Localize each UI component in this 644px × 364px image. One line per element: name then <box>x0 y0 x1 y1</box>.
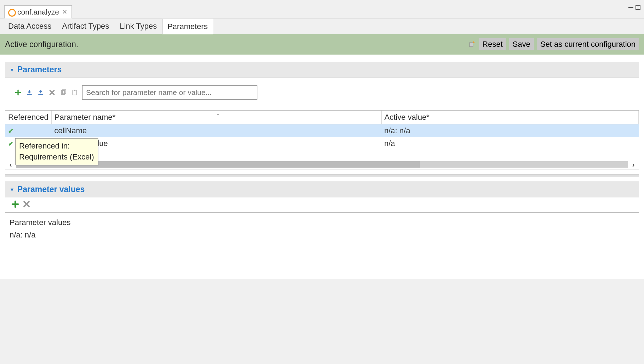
editor-tab-conf-analyze[interactable]: conf.analyze ✕ <box>4 5 72 18</box>
scroll-left-icon[interactable]: ‹ <box>5 161 16 169</box>
close-tab-icon[interactable]: ✕ <box>62 8 67 16</box>
save-button[interactable]: Save <box>509 38 534 50</box>
minimize-icon[interactable] <box>628 7 633 8</box>
subtab-link-types[interactable]: Link Types <box>114 18 162 34</box>
parameters-table-wrap: Referenced Parameter name* ⌄ Active valu… <box>5 110 639 169</box>
status-message: Active configuration. <box>5 40 78 49</box>
cell-name: cellName <box>51 124 381 138</box>
tooltip-line1: Referenced in: <box>19 141 94 152</box>
values-section-title: Parameter values <box>17 185 85 194</box>
col-referenced[interactable]: Referenced <box>5 111 51 124</box>
set-current-config-button[interactable]: Set as current configuration <box>537 38 639 50</box>
twisty-icon: ▼ <box>10 67 15 73</box>
file-icon <box>8 9 15 15</box>
maximize-icon[interactable] <box>636 5 640 10</box>
add-parameter-icon[interactable] <box>14 89 22 96</box>
values-section-header[interactable]: ▼ Parameter values <box>5 181 639 197</box>
svg-rect-0 <box>470 43 473 47</box>
parameter-search-input[interactable] <box>82 85 257 100</box>
values-header-label: Parameter values <box>10 216 634 229</box>
new-config-icon[interactable] <box>468 40 476 48</box>
copy-icon[interactable] <box>59 89 67 96</box>
col-parameter-name[interactable]: Parameter name* ⌄ <box>51 111 381 124</box>
cell-referenced: ✔ <box>5 124 51 138</box>
parameters-section-title: Parameters <box>17 65 62 74</box>
sort-indicator-icon: ⌄ <box>216 111 220 116</box>
horizontal-scrollbar[interactable]: ‹ › <box>5 160 639 169</box>
parameters-toolbar <box>5 78 639 104</box>
subtab-data-access[interactable]: Data Access <box>3 18 57 34</box>
cell-active-value: n/a <box>381 137 638 150</box>
table-row[interactable]: ✔ cellName n/a: n/a <box>5 124 639 138</box>
content-area: ▼ Parameters Referenced <box>0 55 644 279</box>
table-row-empty <box>5 150 639 160</box>
subtab-parameters[interactable]: Parameters <box>162 19 213 34</box>
reset-button[interactable]: Reset <box>479 38 506 50</box>
values-toolbar <box>5 197 639 211</box>
referenced-tooltip: Referenced in: Requirements (Excel) <box>15 138 98 165</box>
col-parameter-name-label: Parameter name* <box>55 113 115 122</box>
paste-icon[interactable] <box>71 89 79 96</box>
values-current: n/a: n/a <box>10 229 634 241</box>
section-divider <box>5 174 639 177</box>
scroll-right-icon[interactable]: › <box>628 161 639 169</box>
parameters-section-header[interactable]: ▼ Parameters <box>5 62 639 78</box>
subtab-artifact-types[interactable]: Artifact Types <box>57 18 114 34</box>
export-icon[interactable] <box>37 89 45 96</box>
parameters-table: Referenced Parameter name* ⌄ Active valu… <box>5 111 639 160</box>
import-icon[interactable] <box>25 89 33 96</box>
delete-value-icon[interactable] <box>23 200 30 208</box>
svg-rect-4 <box>74 90 76 91</box>
status-bar: Active configuration. Reset Save Set as … <box>0 34 644 55</box>
twisty-icon: ▼ <box>10 187 15 192</box>
subtab-strip: Data Access Artifact Types Link Types Pa… <box>0 18 644 34</box>
check-icon: ✔ <box>8 140 13 147</box>
table-row[interactable]: ✔ lue n/a <box>5 137 639 150</box>
cell-name: lue <box>51 137 381 150</box>
col-active-value[interactable]: Active value* <box>381 111 638 124</box>
parameter-values-box[interactable]: Parameter values n/a: n/a <box>5 212 639 276</box>
tooltip-line2: Requirements (Excel) <box>19 152 94 163</box>
delete-icon[interactable] <box>48 89 56 96</box>
editor-tab-title: conf.analyze <box>17 8 59 16</box>
editor-tab-strip: conf.analyze ✕ <box>0 3 644 18</box>
cell-active-value: n/a: n/a <box>381 124 638 138</box>
scroll-track[interactable] <box>16 161 628 168</box>
window-toolbar <box>0 0 644 3</box>
add-value-icon[interactable] <box>11 200 19 208</box>
check-icon: ✔ <box>8 128 13 135</box>
